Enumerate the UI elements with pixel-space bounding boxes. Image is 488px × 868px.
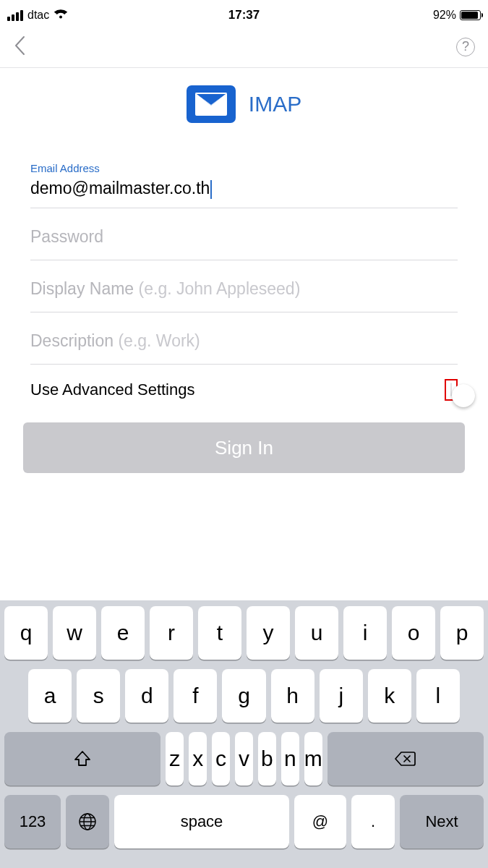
key-j[interactable]: j [320, 669, 363, 723]
description-placeholder: Description (e.g. Work) [30, 331, 458, 351]
help-button[interactable]: ? [456, 38, 475, 56]
advanced-settings-toggle[interactable] [450, 383, 452, 396]
account-form: Email Address demo@mailmaster.co.th Pass… [0, 152, 488, 415]
globe-key[interactable] [66, 795, 109, 848]
space-key[interactable]: space [114, 795, 289, 848]
key-g[interactable]: g [222, 669, 265, 723]
wifi-icon [53, 8, 68, 22]
email-input[interactable]: demo@mailmaster.co.th [30, 179, 458, 199]
key-v[interactable]: v [235, 732, 253, 786]
keyboard: qwertyuiop asdfghjkl zxcvbnm 123 space @… [0, 600, 488, 868]
battery-icon [460, 10, 481, 20]
numbers-key[interactable]: 123 [4, 795, 61, 848]
back-button[interactable] [13, 35, 26, 59]
provider-title: IMAP [249, 92, 301, 116]
key-h[interactable]: h [271, 669, 314, 723]
key-p[interactable]: p [440, 606, 484, 660]
key-a[interactable]: a [28, 669, 72, 723]
advanced-settings-label: Use Advanced Settings [30, 380, 194, 399]
clock: 17:37 [228, 8, 260, 22]
carrier-label: dtac [27, 9, 49, 22]
nav-bar: ? [0, 26, 488, 68]
display-name-field[interactable]: Display Name (e.g. John Appleseed) [30, 260, 458, 312]
password-placeholder: Password [30, 227, 458, 247]
key-k[interactable]: k [368, 669, 411, 723]
key-t[interactable]: t [198, 606, 241, 660]
key-x[interactable]: x [189, 732, 207, 786]
key-b[interactable]: b [258, 732, 276, 786]
password-field[interactable]: Password [30, 208, 458, 260]
email-label: Email Address [30, 162, 458, 174]
text-cursor-icon [210, 180, 212, 199]
backspace-key[interactable] [328, 732, 484, 786]
key-r[interactable]: r [150, 606, 193, 660]
email-field[interactable]: Email Address demo@mailmaster.co.th [30, 152, 458, 208]
display-name-placeholder: Display Name (e.g. John Appleseed) [30, 279, 458, 299]
key-f[interactable]: f [174, 669, 217, 723]
key-u[interactable]: u [295, 606, 338, 660]
at-key[interactable]: @ [294, 795, 346, 848]
status-bar: dtac 17:37 92% [0, 0, 488, 26]
keyboard-row-2: asdfghjkl [4, 669, 484, 723]
keyboard-row-4: 123 space @ . Next [4, 795, 484, 848]
key-y[interactable]: y [247, 606, 290, 660]
provider-header: IMAP [0, 85, 488, 123]
key-s[interactable]: s [77, 669, 120, 723]
mail-app-icon [187, 85, 236, 123]
key-m[interactable]: m [304, 732, 322, 786]
key-z[interactable]: z [166, 732, 184, 786]
signal-icon [7, 10, 23, 21]
sign-in-button[interactable]: Sign In [23, 422, 465, 473]
key-d[interactable]: d [125, 669, 168, 723]
key-c[interactable]: c [212, 732, 230, 786]
keyboard-row-3: zxcvbnm [4, 732, 484, 786]
key-l[interactable]: l [416, 669, 460, 723]
description-field[interactable]: Description (e.g. Work) [30, 312, 458, 365]
highlight-box [445, 379, 458, 401]
key-i[interactable]: i [343, 606, 387, 660]
shift-key[interactable] [4, 732, 160, 786]
key-e[interactable]: e [101, 606, 145, 660]
period-key[interactable]: . [351, 795, 395, 848]
key-n[interactable]: n [281, 732, 299, 786]
key-q[interactable]: q [4, 606, 48, 660]
key-o[interactable]: o [392, 606, 435, 660]
advanced-settings-row: Use Advanced Settings [30, 365, 458, 415]
key-w[interactable]: w [53, 606, 96, 660]
next-key[interactable]: Next [400, 795, 484, 848]
keyboard-row-1: qwertyuiop [4, 606, 484, 660]
battery-percentage: 92% [433, 9, 456, 22]
